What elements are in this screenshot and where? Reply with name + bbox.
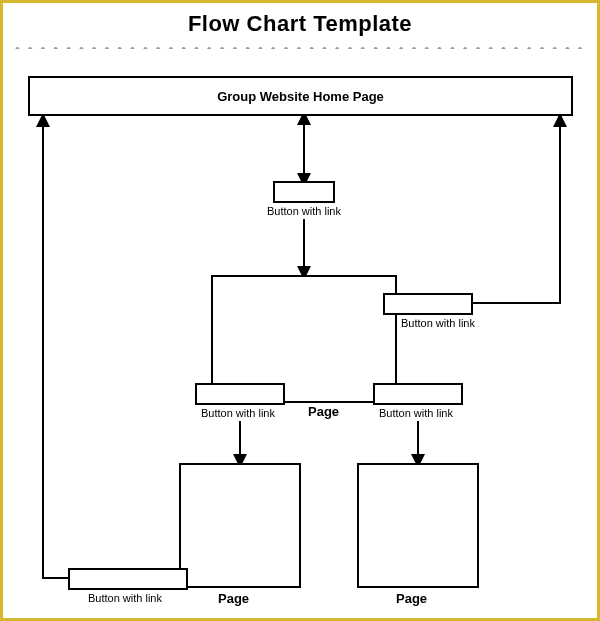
node-button-mid-right-caption: Button with link <box>379 407 453 419</box>
diagram-title: Flow Chart Template <box>3 11 597 37</box>
divider-dots: • • • • • • • • • • • • • • • • • • • • … <box>15 41 585 49</box>
node-page-bottom-right <box>357 463 479 588</box>
node-button-top-right <box>383 293 473 315</box>
node-page-bottom-left <box>179 463 301 588</box>
diagram-frame: Flow Chart Template • • • • • • • • • • … <box>0 0 600 621</box>
node-button-mid-left <box>195 383 285 405</box>
node-home-page: Group Website Home Page <box>28 76 573 116</box>
node-page-mid-caption: Page <box>308 404 339 419</box>
node-button-bottom-left <box>68 568 188 590</box>
node-button-bottom-left-caption: Button with link <box>88 592 162 604</box>
node-page-bottom-right-caption: Page <box>396 591 427 606</box>
node-page-bottom-left-caption: Page <box>218 591 249 606</box>
node-button-mid-left-caption: Button with link <box>201 407 275 419</box>
node-button-top-right-caption: Button with link <box>401 317 475 329</box>
node-button-mid-right <box>373 383 463 405</box>
node-home-page-label: Group Website Home Page <box>217 89 384 104</box>
node-button-top-caption: Button with link <box>267 205 341 217</box>
node-button-top <box>273 181 335 203</box>
